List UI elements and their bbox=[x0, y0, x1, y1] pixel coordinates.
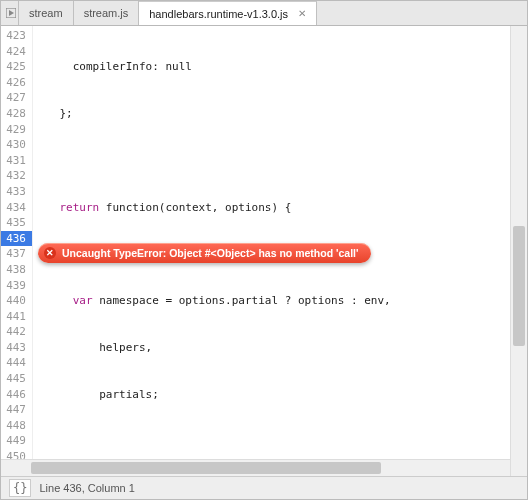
line-number: 431 bbox=[1, 153, 32, 169]
scrollbar-thumb[interactable] bbox=[513, 226, 525, 346]
tab-label: stream.js bbox=[84, 7, 129, 19]
line-number: 437 bbox=[1, 246, 32, 262]
tab-label: handlebars.runtime-v1.3.0.js bbox=[149, 8, 288, 20]
code-line: var namespace = options.partial ? option… bbox=[33, 293, 527, 309]
line-number: 430 bbox=[1, 137, 32, 153]
braces-icon[interactable]: {} bbox=[9, 479, 31, 497]
line-number: 443 bbox=[1, 340, 32, 356]
line-number: 427 bbox=[1, 90, 32, 106]
line-number: 448 bbox=[1, 418, 32, 434]
line-number: 447 bbox=[1, 402, 32, 418]
code-line: return function(context, options) { bbox=[33, 200, 527, 216]
code-line: partials; bbox=[33, 387, 527, 403]
vertical-scrollbar[interactable] bbox=[510, 26, 527, 476]
line-number: 440 bbox=[1, 293, 32, 309]
cursor-position: Line 436, Column 1 bbox=[39, 482, 134, 494]
code-line bbox=[33, 433, 527, 449]
line-number: 428 bbox=[1, 106, 32, 122]
line-number: 439 bbox=[1, 278, 32, 294]
line-number-gutter: 4234244254264274284294304314324334344354… bbox=[1, 26, 33, 476]
line-number: 426 bbox=[1, 75, 32, 91]
line-number: 424 bbox=[1, 44, 32, 60]
horizontal-scrollbar[interactable] bbox=[1, 459, 510, 476]
line-number: 435 bbox=[1, 215, 32, 231]
run-icon[interactable] bbox=[3, 1, 19, 25]
tab-label: stream bbox=[29, 7, 63, 19]
code-line: helpers, bbox=[33, 340, 527, 356]
tab-handlebars[interactable]: handlebars.runtime-v1.3.0.js ✕ bbox=[139, 1, 317, 25]
error-close-icon[interactable]: ✕ bbox=[44, 247, 56, 259]
tab-stream[interactable]: stream bbox=[19, 1, 74, 25]
tab-bar: stream stream.js handlebars.runtime-v1.3… bbox=[1, 1, 527, 26]
close-icon[interactable]: ✕ bbox=[298, 8, 306, 19]
error-tooltip[interactable]: ✕ Uncaught TypeError: Object #<Object> h… bbox=[38, 243, 371, 263]
status-bar: {} Line 436, Column 1 bbox=[1, 476, 527, 499]
code-line bbox=[33, 153, 527, 169]
line-number: 425 bbox=[1, 59, 32, 75]
tab-stream-js[interactable]: stream.js bbox=[74, 1, 140, 25]
line-number: 433 bbox=[1, 184, 32, 200]
line-number: 423 bbox=[1, 28, 32, 44]
line-number: 445 bbox=[1, 371, 32, 387]
line-number: 438 bbox=[1, 262, 32, 278]
line-number: 449 bbox=[1, 433, 32, 449]
line-number: 432 bbox=[1, 168, 32, 184]
line-number: 442 bbox=[1, 324, 32, 340]
scrollbar-thumb[interactable] bbox=[31, 462, 381, 474]
line-number: 434 bbox=[1, 200, 32, 216]
line-number: 444 bbox=[1, 355, 32, 371]
code-line: }; bbox=[33, 106, 527, 122]
line-number: 429 bbox=[1, 122, 32, 138]
error-message: Uncaught TypeError: Object #<Object> has… bbox=[62, 247, 359, 259]
code-line: compilerInfo: null bbox=[33, 59, 527, 75]
line-number: 436 bbox=[1, 231, 32, 247]
line-number: 446 bbox=[1, 387, 32, 403]
line-number: 441 bbox=[1, 309, 32, 325]
